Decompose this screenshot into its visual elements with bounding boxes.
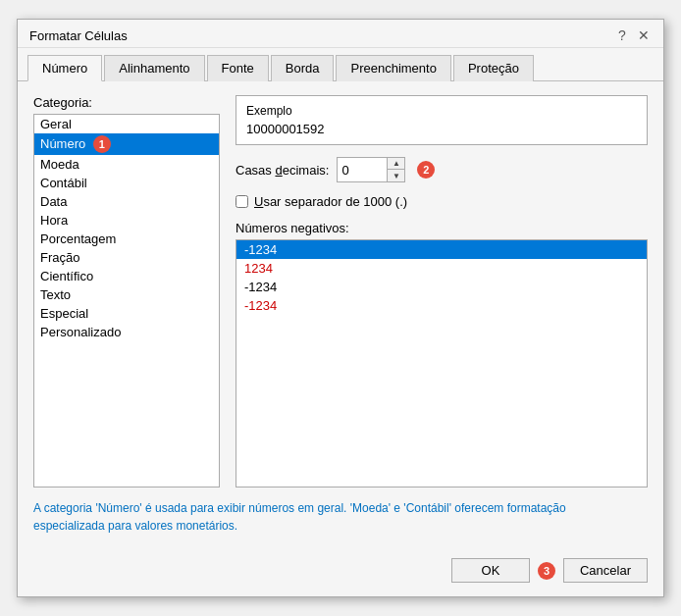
- format-cells-dialog: Formatar Células ? ✕ Número Alinhamento …: [17, 19, 664, 597]
- info-text: A categoria 'Número' é usada para exibir…: [33, 499, 648, 535]
- neg-label: Números negativos:: [236, 221, 648, 235]
- list-item-data[interactable]: Data: [34, 192, 219, 211]
- ok-wrapper: OK 3: [451, 558, 555, 583]
- neg-item-2[interactable]: 1234: [236, 259, 647, 278]
- neg-item-4[interactable]: -1234: [236, 296, 647, 315]
- spin-buttons: ▲ ▼: [387, 158, 404, 181]
- category-label: Categoria:: [33, 95, 220, 110]
- decimals-label: Casas decimais:: [236, 163, 329, 178]
- title-bar-controls: ? ✕: [614, 27, 652, 43]
- tab-preenchimento[interactable]: Preenchimento: [336, 55, 450, 81]
- badge-2: 2: [417, 161, 435, 179]
- footer: OK 3 Cancelar: [18, 548, 663, 596]
- example-value: 10000001592: [246, 122, 637, 136]
- badge-3: 3: [538, 562, 555, 580]
- list-item-porcentagem[interactable]: Porcentagem: [34, 230, 219, 248]
- list-item-hora[interactable]: Hora: [34, 211, 219, 230]
- checkbox-label[interactable]: Usar separador de 1000 (.): [254, 194, 407, 209]
- help-button[interactable]: ?: [614, 27, 630, 43]
- tab-borda[interactable]: Borda: [271, 55, 335, 81]
- list-item-contabil[interactable]: Contábil: [34, 174, 219, 192]
- separator-checkbox[interactable]: [236, 195, 248, 208]
- tab-content: Categoria: Geral Número 1 Moeda Contábil…: [18, 81, 663, 548]
- neg-item-1[interactable]: -1234: [236, 240, 647, 259]
- example-label: Exemplo: [246, 104, 637, 118]
- neg-item-3[interactable]: -1234: [236, 278, 647, 296]
- list-item-especial[interactable]: Especial: [34, 304, 219, 323]
- list-item-personalizado[interactable]: Personalizado: [34, 323, 219, 341]
- ok-button[interactable]: OK: [451, 558, 530, 583]
- right-panel: Exemplo 10000001592 Casas decimais: ▲ ▼ …: [236, 95, 648, 488]
- main-row: Categoria: Geral Número 1 Moeda Contábil…: [33, 95, 648, 488]
- tab-fonte[interactable]: Fonte: [207, 55, 269, 81]
- tab-bar: Número Alinhamento Fonte Borda Preenchim…: [18, 48, 663, 81]
- neg-numbers-listbox[interactable]: -1234 1234 -1234 -1234: [236, 239, 648, 488]
- decimals-input[interactable]: [338, 158, 387, 181]
- badge-1: 1: [93, 135, 111, 153]
- list-item-moeda[interactable]: Moeda: [34, 155, 219, 174]
- list-item-fracao[interactable]: Fração: [34, 248, 219, 267]
- cancel-button[interactable]: Cancelar: [563, 558, 648, 583]
- close-button[interactable]: ✕: [636, 27, 652, 43]
- list-item-cientifico[interactable]: Científico: [34, 267, 219, 285]
- tab-alinhamento[interactable]: Alinhamento: [104, 55, 204, 81]
- spin-up-button[interactable]: ▲: [387, 158, 404, 170]
- tab-protecao[interactable]: Proteção: [453, 55, 534, 81]
- list-item-numero[interactable]: Número 1: [34, 133, 219, 155]
- decimals-spinner[interactable]: ▲ ▼: [337, 157, 405, 182]
- dialog-title: Formatar Células: [29, 28, 128, 43]
- list-item-texto[interactable]: Texto: [34, 285, 219, 304]
- decimals-row: Casas decimais: ▲ ▼ 2: [236, 157, 648, 182]
- list-item-geral[interactable]: Geral: [34, 115, 219, 133]
- example-box: Exemplo 10000001592: [236, 95, 648, 145]
- left-panel: Categoria: Geral Número 1 Moeda Contábil…: [33, 95, 220, 488]
- neg-numbers-section: Números negativos: -1234 1234 -1234 -123…: [236, 221, 648, 488]
- tab-numero[interactable]: Número: [27, 55, 102, 81]
- spin-down-button[interactable]: ▼: [387, 170, 404, 181]
- title-bar: Formatar Células ? ✕: [18, 20, 663, 48]
- category-listbox[interactable]: Geral Número 1 Moeda Contábil Data Hora …: [33, 114, 220, 488]
- checkbox-row: Usar separador de 1000 (.): [236, 194, 648, 209]
